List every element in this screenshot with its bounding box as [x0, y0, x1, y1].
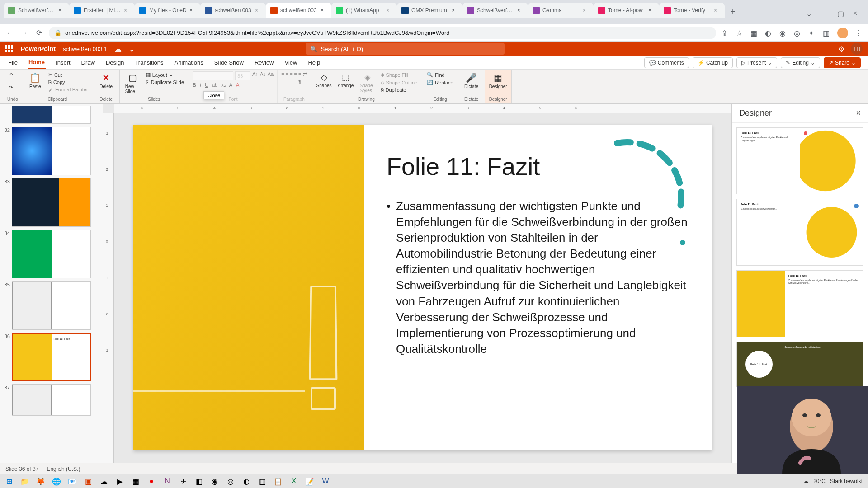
- paste-button[interactable]: 📋Paste: [26, 71, 45, 90]
- slide-thumb-35[interactable]: [12, 281, 91, 330]
- close-icon[interactable]: ×: [255, 7, 261, 14]
- app-icon[interactable]: ▥: [255, 475, 269, 487]
- close-icon[interactable]: ×: [321, 7, 327, 14]
- tab-insert[interactable]: Insert: [55, 56, 71, 69]
- ext-icon[interactable]: ◎: [794, 29, 802, 37]
- arrange-button[interactable]: ⬚Arrange: [336, 71, 355, 89]
- find-button[interactable]: 🔍 Find: [426, 71, 445, 78]
- comments-button[interactable]: 💬 Comments: [644, 57, 689, 68]
- tab-6[interactable]: GMX Premium×: [397, 3, 462, 18]
- close-icon[interactable]: ×: [856, 108, 861, 118]
- close-icon[interactable]: ×: [714, 7, 720, 14]
- chevron-down-icon[interactable]: ⌄: [806, 9, 812, 18]
- tab-7[interactable]: Schweißverfahr×: [462, 3, 528, 18]
- chrome-icon[interactable]: 🌐: [49, 475, 64, 487]
- tab-transitions[interactable]: Transitions: [134, 56, 164, 69]
- tab-4[interactable]: schweißen 003×: [266, 3, 331, 18]
- language-status[interactable]: English (U.S.): [47, 466, 80, 472]
- cut-button[interactable]: ✂ Cut: [47, 71, 89, 78]
- catchup-button[interactable]: ⚡ Catch up: [693, 57, 733, 68]
- tab-view[interactable]: View: [284, 56, 298, 69]
- tab-9[interactable]: Tome - AI-pow×: [594, 3, 659, 18]
- telegram-icon[interactable]: ✈: [176, 475, 190, 487]
- shapes-button[interactable]: ◇Shapes: [315, 71, 334, 89]
- tab-2[interactable]: My files - OneD×: [135, 3, 200, 18]
- slide-thumb-32[interactable]: [12, 127, 91, 175]
- slide-thumb-36[interactable]: Folie 11: Fazit: [12, 333, 91, 381]
- duplicate-button[interactable]: ⎘ Duplicate: [380, 87, 419, 93]
- maximize-icon[interactable]: ▢: [837, 9, 844, 18]
- close-icon[interactable]: ×: [452, 7, 458, 14]
- close-icon[interactable]: ×: [648, 7, 655, 14]
- delete-button[interactable]: ✕Delete: [97, 71, 116, 90]
- design-option-4[interactable]: Folie 11: Fazit Zusammenfassung der wich…: [736, 342, 863, 387]
- undo-button[interactable]: ↶: [7, 71, 14, 78]
- weather-icon[interactable]: ☁: [803, 478, 809, 484]
- slide-thumb-37[interactable]: [12, 384, 91, 416]
- tab-home[interactable]: Home: [28, 56, 46, 69]
- app-icon[interactable]: ●: [144, 475, 159, 487]
- present-button[interactable]: ▷ Present ⌄: [736, 57, 777, 68]
- design-option-1[interactable]: Folie 11: FazitZusammenfassung der wicht…: [736, 127, 863, 194]
- firefox-icon[interactable]: 🦊: [33, 475, 48, 487]
- app-launcher-icon[interactable]: [5, 45, 14, 53]
- ext-icon[interactable]: ◉: [779, 29, 788, 37]
- tab-animations[interactable]: Animations: [174, 56, 204, 69]
- panel-icon[interactable]: ▥: [823, 29, 831, 37]
- user-avatar[interactable]: TH: [851, 43, 863, 55]
- start-button[interactable]: ⊞: [2, 475, 16, 487]
- tab-8[interactable]: Gamma×: [528, 3, 594, 18]
- close-icon[interactable]: ×: [189, 7, 196, 14]
- new-tab-button[interactable]: +: [726, 5, 739, 18]
- back-button[interactable]: ←: [5, 28, 14, 38]
- shape-outline-button[interactable]: ◇ Shape Outline: [380, 79, 419, 86]
- address-bar[interactable]: 🔒 onedrive.live.com/edit.aspx?resid=3DE0…: [49, 27, 716, 39]
- layout-button[interactable]: ▦ Layout ⌄: [145, 71, 185, 78]
- tab-1[interactable]: Erstellen | Micro×: [69, 3, 135, 18]
- powerpoint-icon[interactable]: ▣: [81, 475, 95, 487]
- app-icon[interactable]: ☁: [97, 475, 111, 487]
- tab-0[interactable]: Schweißverfahren×: [4, 3, 69, 18]
- designer-button[interactable]: ▦Designer: [489, 71, 508, 90]
- app-icon[interactable]: ◧: [192, 475, 206, 487]
- font-select[interactable]: [193, 71, 233, 80]
- share-icon[interactable]: ⇪: [722, 29, 730, 37]
- replace-button[interactable]: 🔄 Replace: [426, 79, 454, 86]
- tab-design[interactable]: Design: [105, 56, 125, 69]
- tab-file[interactable]: File: [7, 56, 19, 69]
- tab-help[interactable]: Help: [307, 56, 321, 69]
- reload-button[interactable]: ⟳: [34, 28, 43, 38]
- minimize-icon[interactable]: —: [821, 9, 828, 18]
- excel-icon[interactable]: X: [287, 475, 301, 487]
- gear-icon[interactable]: ⚙: [838, 45, 844, 53]
- ext-icon[interactable]: ◐: [765, 29, 773, 37]
- tab-5[interactable]: (1) WhatsApp×: [331, 3, 397, 18]
- notepad-icon[interactable]: 📝: [302, 475, 317, 487]
- new-slide-button[interactable]: ▢New Slide: [123, 71, 142, 95]
- font-size-select[interactable]: 33: [235, 71, 250, 80]
- editing-button[interactable]: ✎ Editing ⌄: [781, 57, 820, 68]
- slide-thumb-34[interactable]: [12, 230, 91, 278]
- format-painter-button[interactable]: 🖌 Format Painter: [47, 86, 89, 93]
- design-option-3[interactable]: Folie 11: FazitZusammenfassung der wicht…: [736, 270, 863, 337]
- word-icon[interactable]: W: [318, 475, 333, 487]
- dictate-button[interactable]: 🎤Dictate: [462, 71, 481, 90]
- onenote-icon[interactable]: N: [160, 475, 175, 487]
- forward-button[interactable]: →: [20, 28, 29, 38]
- copy-button[interactable]: ⎘ Copy: [47, 79, 89, 85]
- close-icon[interactable]: ×: [853, 9, 857, 18]
- close-icon[interactable]: ×: [124, 7, 130, 14]
- slide-thumb-33[interactable]: [12, 178, 91, 227]
- outlook-icon[interactable]: 📧: [65, 475, 80, 487]
- app-icon[interactable]: ▦: [128, 475, 143, 487]
- redo-button[interactable]: ↷: [7, 84, 14, 91]
- chevron-down-icon[interactable]: ⌄: [129, 45, 135, 53]
- document-name[interactable]: schweißen 003 1: [63, 46, 107, 52]
- slide-thumb-31[interactable]: [12, 106, 91, 124]
- star-icon[interactable]: ☆: [736, 29, 744, 37]
- tab-3[interactable]: schweißen 003×: [200, 3, 266, 18]
- search-input[interactable]: 🔍 Search (Alt + Q): [306, 43, 505, 55]
- extensions-icon[interactable]: ✦: [808, 29, 816, 37]
- shape-styles-button[interactable]: ◈Shape Styles: [358, 71, 377, 94]
- profile-avatar[interactable]: [837, 28, 848, 38]
